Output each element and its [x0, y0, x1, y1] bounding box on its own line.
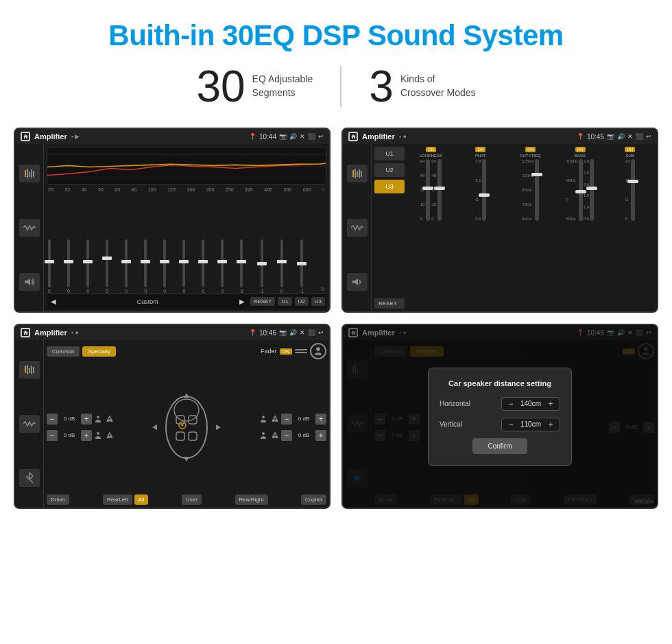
eq-slider-14[interactable]: -1: [300, 239, 304, 294]
app-title-2: Amplifier: [362, 132, 395, 141]
svg-marker-38: [184, 393, 189, 398]
eq-slider-12[interactable]: -1: [260, 239, 264, 294]
svg-rect-0: [25, 170, 26, 177]
volume-icon-1[interactable]: [19, 273, 40, 291]
eq-prev-btn[interactable]: ◀: [48, 296, 59, 307]
db-value-1: 0 dB: [60, 416, 79, 422]
eq-icon-2[interactable]: [347, 165, 368, 182]
db-plus-3[interactable]: +: [315, 414, 326, 425]
volume-icon-2[interactable]: [347, 273, 368, 291]
eq-slider-6[interactable]: 0: [144, 239, 147, 294]
db-minus-2[interactable]: −: [47, 430, 58, 441]
vertical-value: 110cm: [518, 420, 543, 428]
time-2: 10:45: [587, 133, 604, 141]
cutfreq-slider[interactable]: [535, 159, 539, 221]
eq-reset-btn[interactable]: RESET: [250, 297, 276, 306]
app-title-1: Amplifier: [34, 132, 67, 141]
svg-point-25: [107, 419, 110, 422]
home-icon-3[interactable]: [21, 328, 30, 337]
loudness-slider[interactable]: [426, 159, 430, 221]
eq-slider-13[interactable]: 0: [280, 239, 283, 294]
screen-crossover: Amplifier ▪ ● 📍 10:45 📷 🔊 ✕ ⬛ ↩: [341, 128, 658, 313]
preset-u3-btn[interactable]: U3: [374, 180, 405, 193]
copilot-btn-3[interactable]: Copilot: [301, 494, 326, 505]
eq-slider-9[interactable]: 0: [202, 239, 204, 294]
db-plus-4[interactable]: +: [315, 430, 326, 441]
wave-icon-2[interactable]: [347, 219, 368, 237]
svg-rect-4: [33, 171, 34, 177]
phat-on-badge[interactable]: ON: [475, 147, 485, 152]
svg-point-30: [166, 396, 207, 458]
eq-slider-7[interactable]: 0: [163, 239, 166, 294]
eq-slider-8[interactable]: 0: [182, 239, 185, 294]
driver-btn-3[interactable]: Driver: [47, 494, 69, 505]
screen-speaker: Amplifier ▪ ● 📍 10:46 📷 🔊 ✕ ⬛ ↩: [14, 324, 331, 509]
svg-marker-41: [216, 425, 221, 430]
bass-slider2[interactable]: [590, 159, 594, 221]
eq-slider-5[interactable]: 0: [125, 239, 128, 294]
db-minus-1[interactable]: −: [47, 414, 58, 425]
eq-slider-11[interactable]: 0: [240, 239, 243, 294]
eq-labels: 25 32 40 50 63 80 100 125 160 200 250 32…: [47, 187, 326, 192]
all-btn-3[interactable]: All: [134, 494, 149, 505]
db-minus-4[interactable]: −: [281, 430, 292, 441]
svg-point-26: [110, 419, 112, 422]
bluetooth-icon-3[interactable]: [19, 469, 40, 487]
wave-icon-3[interactable]: [19, 415, 40, 433]
db-plus-2[interactable]: +: [81, 430, 92, 441]
home-icon-2[interactable]: [348, 132, 358, 141]
specialty-btn-3[interactable]: Specialty: [82, 346, 115, 357]
bass-on-badge[interactable]: ON: [575, 147, 586, 152]
eq-slider-10[interactable]: 0: [221, 239, 224, 294]
rearright-btn-3[interactable]: RearRight: [235, 494, 268, 505]
bass-slider[interactable]: [579, 159, 583, 221]
db-plus-1[interactable]: +: [81, 414, 92, 425]
cutfreq-on-badge[interactable]: ON: [525, 147, 536, 152]
svg-marker-15: [352, 278, 358, 285]
confirm-button[interactable]: Confirm: [472, 438, 527, 454]
vertical-row: Vertical − 110cm +: [440, 418, 560, 431]
eq-u3-btn[interactable]: U3: [311, 297, 325, 306]
svg-rect-12: [357, 171, 358, 177]
vertical-input[interactable]: − 110cm +: [501, 418, 560, 431]
rearleft-btn-3[interactable]: RearLeft: [103, 494, 132, 505]
car-diagram-3: [149, 390, 224, 465]
vertical-plus[interactable]: +: [546, 420, 555, 429]
eq-slider-1[interactable]: 0: [48, 239, 51, 294]
eq-next-btn[interactable]: ▶: [237, 296, 248, 307]
preset-u2-btn[interactable]: U2: [374, 163, 405, 177]
eq-u2-btn[interactable]: U2: [295, 297, 309, 306]
eq-slider-3[interactable]: 0: [86, 239, 89, 294]
sub-on-badge[interactable]: ON: [625, 147, 635, 152]
eq-slider-4[interactable]: 5: [106, 239, 108, 294]
page-title: Buith-in 30EQ DSP Sound System: [108, 19, 563, 52]
crossover-reset-btn[interactable]: RESET: [374, 298, 405, 309]
user-btn-3[interactable]: User: [182, 494, 202, 505]
horizontal-minus[interactable]: −: [506, 399, 516, 409]
sub-slider[interactable]: [631, 159, 635, 221]
eq-icon-1[interactable]: [19, 165, 40, 182]
loudness-on-badge[interactable]: ON: [426, 147, 436, 152]
preset-u1-btn[interactable]: U1: [374, 147, 405, 160]
vertical-minus[interactable]: −: [506, 420, 516, 429]
svg-rect-20: [33, 367, 34, 373]
loudness-slider2[interactable]: [437, 159, 442, 221]
wave-icon-1[interactable]: [19, 219, 40, 237]
eq-u1-btn[interactable]: U1: [278, 297, 291, 306]
crossover-label-line2: Crossover Modes: [400, 86, 476, 100]
home-icon-1[interactable]: [21, 132, 30, 141]
svg-rect-11: [355, 169, 356, 178]
horizontal-input[interactable]: − 140cm +: [501, 397, 560, 411]
svg-point-43: [272, 419, 275, 422]
eq-slider-2[interactable]: 0: [67, 239, 70, 294]
horizontal-plus[interactable]: +: [546, 399, 555, 409]
distance-dialog: Car speaker distance setting Horizontal …: [428, 368, 572, 466]
fader-on-badge-3[interactable]: ON: [280, 348, 293, 355]
eq-slider-15: »: [320, 284, 325, 294]
phat-slider[interactable]: [482, 159, 486, 221]
db-minus-3[interactable]: −: [281, 414, 292, 425]
eq-number: 30: [196, 64, 245, 108]
eq-icon-3[interactable]: [19, 361, 40, 379]
svg-rect-3: [31, 169, 32, 178]
common-btn-3[interactable]: Common: [47, 346, 80, 357]
